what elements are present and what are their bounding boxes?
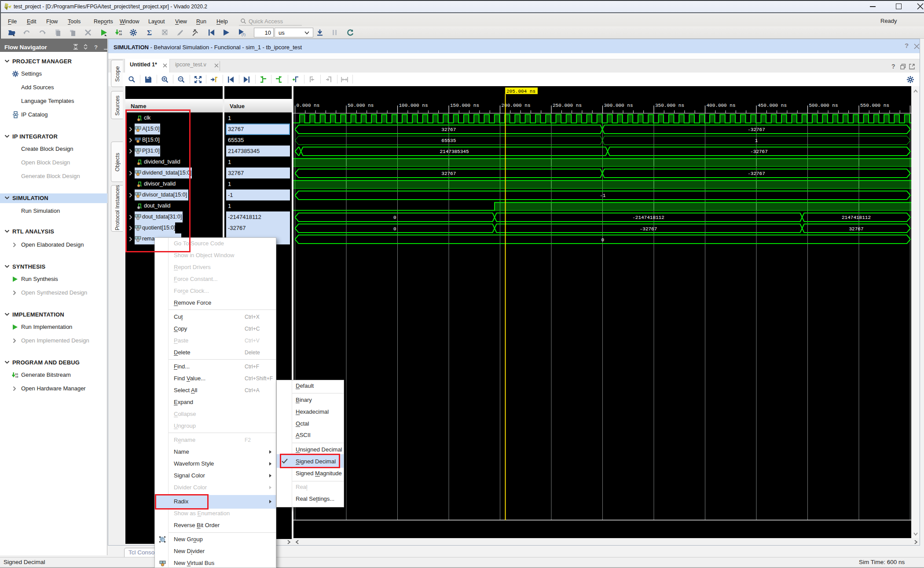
svg-text:-32767: -32767 [640,226,657,232]
svg-text:0: 0 [601,237,604,243]
svg-text:-32767: -32767 [748,127,765,132]
svg-text:Σ: Σ [147,29,152,36]
svg-text:01: 01 [119,30,122,33]
svg-text:-32767: -32767 [750,149,768,154]
svg-text:10: 10 [119,33,122,36]
svg-text:205.004 ns: 205.004 ns [506,89,535,94]
svg-text:-32767: -32767 [748,171,765,176]
svg-text:65535: 65535 [441,138,456,143]
svg-text:2147418112: 2147418112 [842,215,871,220]
svg-text:0.000 ns: 0.000 ns [297,103,320,108]
svg-text:32767: 32767 [441,127,456,132]
svg-text:50.000 ns: 50.000 ns [348,103,374,108]
svg-text:-1: -1 [600,193,606,198]
svg-text:450.000 ns: 450.000 ns [758,103,787,108]
svg-text:150.000 ns: 150.000 ns [450,103,479,108]
svg-text:350.000 ns: 350.000 ns [655,103,684,108]
svg-text:1: 1 [755,138,758,143]
svg-text:300.000 ns: 300.000 ns [604,103,633,108]
svg-text:-2147418112: -2147418112 [632,215,664,220]
svg-text:32767: 32767 [849,226,863,232]
svg-text:0: 0 [393,215,396,220]
svg-text:550.000 ns: 550.000 ns [860,103,889,108]
svg-text:0: 0 [393,226,396,232]
svg-text:400.000 ns: 400.000 ns [707,103,736,108]
svg-text:?: ? [94,44,98,50]
svg-text:250.000 ns: 250.000 ns [553,103,582,108]
svg-text:32767: 32767 [441,171,456,176]
svg-text:500.000 ns: 500.000 ns [809,103,838,108]
svg-text:100.000 ns: 100.000 ns [399,103,428,108]
svg-text:10: 10 [15,375,18,379]
svg-text:(T): (T) [242,33,246,36]
svg-text:2147385345: 2147385345 [440,149,469,154]
